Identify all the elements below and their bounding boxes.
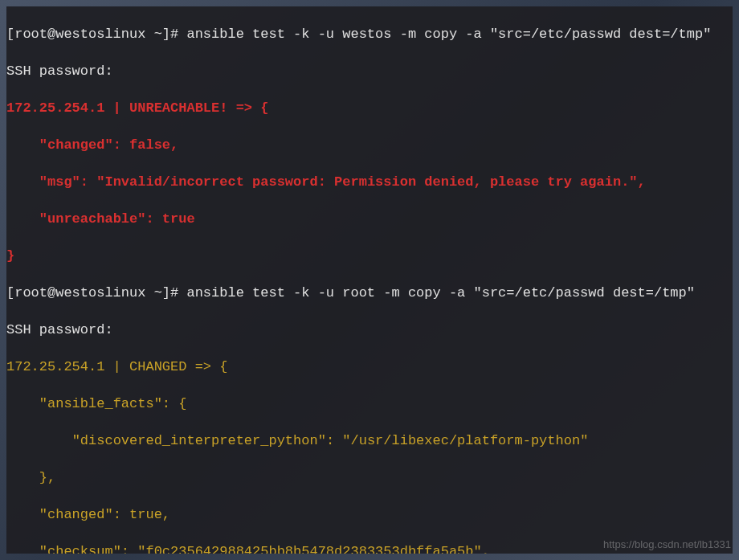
error-msg: "msg": "Invalid/incorrect password: Perm… [6, 173, 733, 191]
ansible-facts-open: "ansible_facts": { [6, 394, 733, 413]
command-text: ansible test -k -u root -m copy -a "src=… [186, 285, 695, 300]
success-header: 172.25.254.1 | CHANGED => { [6, 358, 733, 376]
terminal-window[interactable]: [root@westoslinux ~]# ansible test -k -u… [6, 6, 733, 554]
error-unreachable: "unreachable": true [6, 210, 733, 228]
ansible-facts-close: }, [6, 468, 733, 487]
watermark-text: https://blog.csdn.net/lb1331 [603, 535, 731, 554]
shell-prompt: [root@westoslinux ~]# [6, 285, 186, 300]
changed-line: "changed": true, [6, 505, 733, 524]
error-changed: "changed": false, [6, 136, 733, 154]
interpreter-line: "discovered_interpreter_python": "/usr/l… [6, 431, 733, 450]
error-close: } [6, 247, 733, 265]
error-header: 172.25.254.1 | UNREACHABLE! => { [6, 99, 733, 117]
shell-prompt: [root@westoslinux ~]# [6, 27, 186, 42]
prompt-line-2: [root@westoslinux ~]# ansible test -k -u… [6, 284, 733, 302]
ssh-password-prompt: SSH password: [6, 62, 733, 80]
prompt-line-1: [root@westoslinux ~]# ansible test -k -u… [6, 25, 733, 43]
ssh-password-prompt-2: SSH password: [6, 321, 733, 339]
command-text: ansible test -k -u westos -m copy -a "sr… [186, 27, 711, 42]
